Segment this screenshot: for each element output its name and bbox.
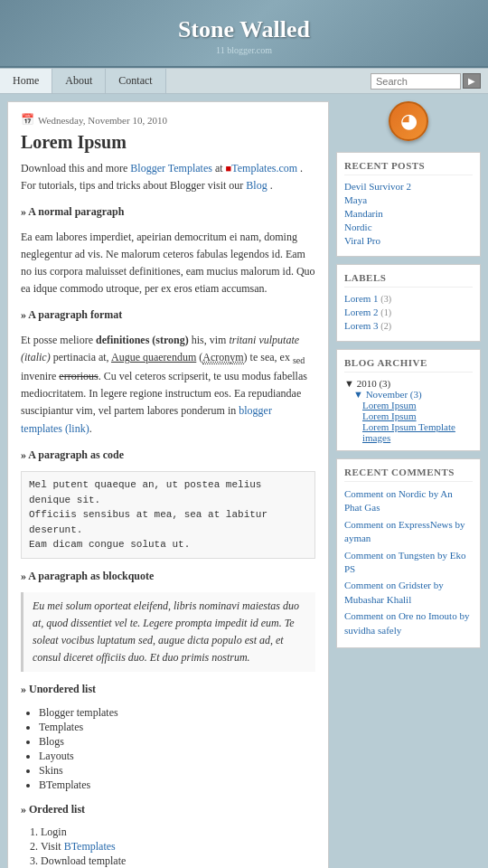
label-link[interactable]: Lorem 3 <box>344 320 379 331</box>
recent-post-link[interactable]: Devil Survivor 2 <box>344 181 411 192</box>
label-count: (1) <box>380 307 391 317</box>
archive-tree: ▼ 2010 (3) ▼ November (3) Lorem Ipsum Lo… <box>344 378 473 443</box>
list-item: Lorem 3 (2) <box>344 320 473 331</box>
format-paragraph: Et posse meliore definitiones (strong) h… <box>21 332 315 438</box>
comment-link[interactable]: Comment on Gridster by Mubashar Khalil <box>344 579 473 607</box>
archive-post-link[interactable]: Lorem Ipsum <box>362 410 473 421</box>
list-item: BTemplates <box>39 778 315 792</box>
comment-link[interactable]: Comment on Nordic by An Phat Gas <box>344 487 473 515</box>
list-item: Devil Survivor 2 <box>344 181 473 192</box>
labels-widget: LABELS Lorem 1 (3) Lorem 2 (1) Lorem 3 (… <box>336 264 481 342</box>
list-item: Download template <box>41 854 315 868</box>
post-body: Download this and more Blogger Templates… <box>21 160 315 868</box>
blogger-templates-link[interactable]: Blogger Templates <box>130 162 212 175</box>
recent-post-link[interactable]: Nordic <box>344 222 372 232</box>
label-count: (3) <box>380 294 391 304</box>
intro-text: Download this and more <box>21 162 127 175</box>
nav-home[interactable]: Home <box>0 69 52 93</box>
list-item: Login <box>41 826 315 839</box>
recent-posts-title: RECENT POSTS <box>344 160 473 175</box>
recent-post-link[interactable]: Viral Pro <box>344 235 380 246</box>
list-item: Templates <box>39 721 315 734</box>
sub-text: sed <box>293 355 305 365</box>
recent-comments-widget: RECENT COMMENTS Comment on Nordic by An … <box>336 458 481 648</box>
archive-month[interactable]: ▼ November (3) <box>353 389 473 400</box>
underline-text: Augue quaerendum <box>111 351 196 363</box>
strong-text: definitiones (strong) <box>96 334 189 346</box>
list-item: Mandarin <box>344 208 473 219</box>
archive-post-link[interactable]: Lorem Ipsum <box>362 400 473 410</box>
year-count: (3) <box>379 378 390 389</box>
site-header: Stone Walled 11 blogger.com <box>0 0 488 68</box>
code-line-3: Eam dicam congue soluta ut. <box>29 537 307 552</box>
section-format-heading: » A paragraph format <box>21 307 315 324</box>
labels-title: LABELS <box>344 272 473 288</box>
blog-link[interactable]: Blog <box>246 179 267 192</box>
page-wrapper: 📅 Wednesday, November 10, 2010 Lorem Ips… <box>0 94 488 868</box>
del-text: errorious <box>59 370 98 382</box>
abbr-text: Acronym <box>202 351 243 364</box>
comment-link[interactable]: Comment on Tungsten by Eko PS <box>344 549 473 577</box>
post-date: Wednesday, November 10, 2010 <box>38 115 167 126</box>
list-item: Nordic <box>344 222 473 232</box>
search-input[interactable] <box>371 73 461 90</box>
post-title: Lorem Ipsum <box>21 132 315 153</box>
list-item: Lorem 1 (3) <box>344 293 473 304</box>
calendar-icon: 📅 <box>21 113 34 127</box>
blockquote-text: Eu mei solum oporteat eleifend, libris n… <box>33 599 299 665</box>
code-line-1: Mel putent quaeque an, ut postea melius … <box>29 477 307 507</box>
nav-bar: Home About Contact ▶ <box>0 68 488 94</box>
year-label: 2010 <box>357 378 377 389</box>
search-button[interactable]: ▶ <box>463 73 481 89</box>
archive-title: BLOG ARCHIVE <box>344 357 473 373</box>
code-block: Mel putent quaeque an, ut postea melius … <box>21 471 315 559</box>
section-ul-heading: » Unordered list <box>21 681 315 698</box>
list-item: Viral Pro <box>344 235 473 246</box>
list-item: Layouts <box>39 750 315 763</box>
rss-area: ◕ <box>336 101 481 141</box>
code-line-2: Officiis sensibus at mea, sea at labitur… <box>29 507 307 537</box>
label-link[interactable]: Lorem 2 <box>344 307 379 317</box>
blockquote: Eu mei solum oporteat eleifend, libris n… <box>21 592 315 673</box>
label-count: (2) <box>380 321 391 331</box>
section-blockquote-heading: » A paragraph as blockquote <box>21 568 315 585</box>
list-item: Skins <box>39 764 315 778</box>
search-area: ▶ <box>371 73 488 90</box>
nav-about[interactable]: About <box>52 69 106 93</box>
sidebar: ◕ RECENT POSTS Devil Survivor 2 Maya Man… <box>336 101 481 868</box>
blogger-link[interactable]: blogger templates (link) <box>21 404 272 434</box>
site-title: Stone Walled <box>18 16 470 43</box>
list-item: Visit BTemplates <box>41 840 315 854</box>
section-normal-heading: » A normal paragraph <box>21 203 315 221</box>
archive-year[interactable]: ▼ 2010 (3) <box>344 378 473 389</box>
list-item: Blogger templates <box>39 706 315 720</box>
recent-posts-list: Devil Survivor 2 Maya Mandarin Nordic Vi… <box>344 181 473 246</box>
recent-comments-title: RECENT COMMENTS <box>344 467 473 482</box>
label-link[interactable]: Lorem 1 <box>344 293 379 304</box>
nav-links: Home About Contact <box>0 69 166 93</box>
templates-site-link[interactable]: ■Templates.com <box>226 162 297 175</box>
section-code-heading: » A paragraph as code <box>21 447 315 464</box>
date-bar: 📅 Wednesday, November 10, 2010 <box>21 113 315 127</box>
normal-paragraph: Ea eam labores imperdiet, apeirian democ… <box>21 229 315 298</box>
unordered-list: Blogger templates Templates Blogs Layout… <box>39 706 315 792</box>
list-item: Lorem 2 (1) <box>344 307 473 317</box>
list-item: Blogs <box>39 735 315 749</box>
intro-at: at <box>215 162 226 175</box>
comment-link[interactable]: Comment on ExpressNews by ayman <box>344 518 473 546</box>
comment-link[interactable]: Comment on Ore no Imouto by suvidha safe… <box>344 609 473 637</box>
intro-end: . <box>270 179 273 192</box>
main-content: 📅 Wednesday, November 10, 2010 Lorem Ips… <box>7 101 329 868</box>
btemplates-link[interactable]: BTemplates <box>64 840 116 853</box>
nav-contact[interactable]: Contact <box>106 69 165 93</box>
archive-widget: BLOG ARCHIVE ▼ 2010 (3) ▼ November (3) L… <box>336 349 481 451</box>
labels-list: Lorem 1 (3) Lorem 2 (1) Lorem 3 (2) <box>344 293 473 331</box>
archive-post-link[interactable]: Lorem Ipsum Template images <box>362 421 473 443</box>
site-subtitle: 11 blogger.com <box>18 45 470 55</box>
section-ol-heading: » Ordered list <box>21 801 315 818</box>
recent-post-link[interactable]: Maya <box>344 194 367 205</box>
recent-post-link[interactable]: Mandarin <box>344 208 383 219</box>
list-item: Maya <box>344 194 473 205</box>
rss-icon[interactable]: ◕ <box>389 101 428 141</box>
intro-paragraph: Download this and more Blogger Templates… <box>21 160 315 194</box>
